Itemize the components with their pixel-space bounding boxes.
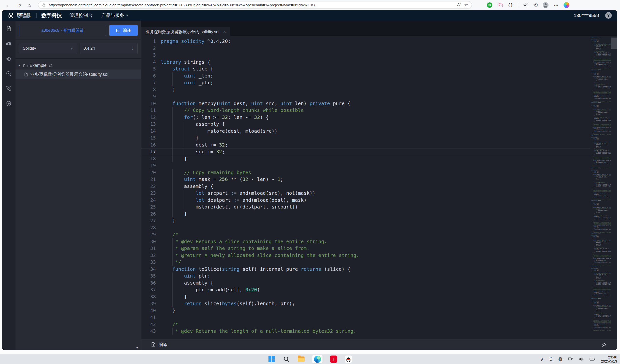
editor-tab[interactable]: 业务逻辑数据浏览器展示合约-solidity.sol ×: [141, 27, 230, 36]
tray-chevron-icon[interactable]: ∧: [541, 357, 544, 362]
ime-mode[interactable]: 拼: [558, 356, 563, 362]
user-phone[interactable]: 130****9558: [574, 13, 599, 18]
bilibili-extension-icon[interactable]: [497, 3, 503, 8]
compile-output-bar[interactable]: 编译: [141, 339, 617, 350]
code-line[interactable]: 22 assembly {: [141, 183, 590, 190]
code-line[interactable]: 36 assembly {: [141, 279, 590, 287]
extension-n-icon[interactable]: N: [487, 2, 492, 8]
code-line[interactable]: 15 }: [141, 134, 590, 141]
code-line[interactable]: 33 */: [141, 259, 590, 266]
code-line[interactable]: 11 // Copy word-length chunks while poss…: [141, 107, 590, 114]
code-line[interactable]: 41: [141, 314, 590, 321]
copilot-icon[interactable]: [563, 2, 569, 8]
back-icon[interactable]: ←: [6, 3, 11, 8]
code-line[interactable]: 17 src += 32;: [141, 148, 590, 155]
braces-extension-icon[interactable]: { }: [508, 3, 513, 7]
code-line[interactable]: 5 struct slice {: [141, 65, 590, 73]
edge-browser-icon[interactable]: [312, 355, 323, 364]
code-line[interactable]: 24 let destpart := and(mload(dest), mask…: [141, 197, 590, 204]
history-icon[interactable]: ⟲: [533, 2, 538, 8]
minimap[interactable]: pragma solidity ^0.4.20;library strings …: [591, 37, 611, 339]
url-text[interactable]: https://openchain.antdigital.com/cloudid…: [49, 3, 454, 7]
qq-icon[interactable]: [345, 355, 352, 363]
code-line[interactable]: 10 function memcpy(uint dest, uint src, …: [141, 100, 590, 107]
code-line[interactable]: 26 }: [141, 210, 590, 218]
address-bar[interactable]: https://openchain.antdigital.com/cloudid…: [38, 1, 472, 9]
refresh-icon[interactable]: ⟳: [17, 3, 22, 8]
chain-select-button[interactable]: a00e36c5 - 开放联盟链: [19, 25, 106, 36]
debug-bug-icon[interactable]: [6, 56, 12, 62]
code-line[interactable]: 14 mstore(dest, mload(src)): [141, 128, 590, 135]
favorite-star-icon[interactable]: ☆: [464, 3, 468, 7]
code-line[interactable]: 21 uint mask = 256 ** (32 - len) - 1;: [141, 176, 590, 183]
code-line[interactable]: 2: [141, 45, 590, 52]
tray-date: 2025/5/13: [601, 359, 617, 363]
sash-arrow[interactable]: ▼: [136, 346, 139, 349]
code-editor[interactable]: 1pragma solidity ^0.4.20;234library stri…: [141, 36, 617, 339]
code-line[interactable]: 27 }: [141, 217, 590, 224]
code-line[interactable]: 3: [141, 52, 590, 58]
cloud-upload-small-icon[interactable]: [48, 64, 53, 67]
battery-icon[interactable]: [589, 357, 596, 361]
menu-console[interactable]: 管理控制台: [70, 12, 93, 19]
expand-panel-icon[interactable]: [601, 342, 607, 347]
start-button[interactable]: [268, 355, 276, 363]
code-line[interactable]: 7 uint _ptr;: [141, 79, 590, 86]
files-icon[interactable]: [6, 25, 12, 32]
chevron-down-icon: ∨: [71, 46, 73, 50]
version-select[interactable]: 0.4.24 ∨: [80, 43, 138, 54]
security-shield-icon[interactable]: [6, 101, 12, 107]
code-line[interactable]: 18 }: [141, 155, 590, 162]
code-line[interactable]: 35 uint ptr;: [141, 273, 590, 279]
clock[interactable]: 23:46 2025/5/13: [601, 355, 617, 363]
code-line[interactable]: 39 return slice(bytes(self).length, ptr)…: [141, 300, 590, 307]
code-line[interactable]: 25 mstore(dest, or(destpart, srcpart)): [141, 204, 590, 210]
search-icon[interactable]: [283, 355, 290, 363]
home-icon[interactable]: ⌂: [28, 3, 31, 8]
code-line[interactable]: 23 let srcpart := and(mload(src), not(ma…: [141, 190, 590, 197]
editor-scrollbar[interactable]: [611, 36, 617, 339]
code-line[interactable]: 31 * @param self The string to make a sl…: [141, 245, 590, 252]
code-line[interactable]: 42 /*: [141, 321, 590, 328]
code-line[interactable]: 9: [141, 93, 590, 100]
code-line[interactable]: 12 for(; len >= 32; len -= 32) {: [141, 114, 590, 121]
volume-icon[interactable]: [579, 357, 584, 362]
page-background: 蚂蚁集团 ANT GROUP 数字科技 管理控制台 产品与服务 ∨ 130***…: [0, 10, 620, 354]
tree-file-contract[interactable]: 业务逻辑数据浏览器展示合约-solidity.sol: [16, 70, 141, 79]
close-icon[interactable]: ×: [223, 29, 226, 34]
code-line[interactable]: 29 /*: [141, 231, 590, 238]
code-line[interactable]: 16 dest += 32;: [141, 141, 590, 148]
language-select[interactable]: Solidity ∨: [19, 43, 77, 54]
tree-folder-example[interactable]: ▾ Example: [16, 61, 141, 70]
code-line[interactable]: 43 * @dev Returns the length of a null-t…: [141, 328, 590, 335]
code-line[interactable]: 6 uint _len;: [141, 73, 590, 79]
compile-button[interactable]: 编译: [109, 25, 138, 36]
cloud-upload-icon[interactable]: [5, 41, 12, 47]
code-line[interactable]: 34 function toSlice(string self) interna…: [141, 266, 590, 273]
collections-icon[interactable]: [523, 2, 528, 8]
ime-language[interactable]: 英: [549, 356, 553, 362]
network-icon[interactable]: [568, 357, 574, 362]
code-line[interactable]: 13 assembly {: [141, 121, 590, 128]
code-line[interactable]: 37 ptr := add(self, 0x20): [141, 286, 590, 293]
code-line[interactable]: 32 * @return A newly allocated slice con…: [141, 252, 590, 259]
read-aloud-icon[interactable]: A”: [457, 3, 461, 7]
code-line[interactable]: 1pragma solidity ^0.4.20;: [141, 38, 590, 45]
more-menu-icon[interactable]: ⋯: [554, 3, 558, 8]
tools-icon[interactable]: [6, 86, 12, 92]
scan-bug-icon[interactable]: [6, 71, 12, 77]
code-line[interactable]: 20 // Copy remaining bytes: [141, 169, 590, 176]
code-line[interactable]: 40 }: [141, 307, 590, 314]
code-line[interactable]: 38 }: [141, 293, 590, 300]
scrollbar-thumb[interactable]: [611, 38, 617, 49]
menu-products[interactable]: 产品与服务 ∨: [101, 12, 128, 19]
code-line[interactable]: 30 * @dev Returns a slice containing the…: [141, 238, 590, 245]
help-icon[interactable]: ?: [605, 12, 612, 19]
file-explorer-icon[interactable]: [297, 355, 305, 363]
code-line[interactable]: 19: [141, 162, 590, 169]
code-line[interactable]: 28: [141, 224, 590, 231]
code-line[interactable]: 8 }: [141, 86, 590, 93]
netease-music-icon[interactable]: ♪: [330, 355, 338, 363]
profile-avatar[interactable]: [543, 2, 548, 8]
code-line[interactable]: 4library strings {: [141, 58, 590, 66]
